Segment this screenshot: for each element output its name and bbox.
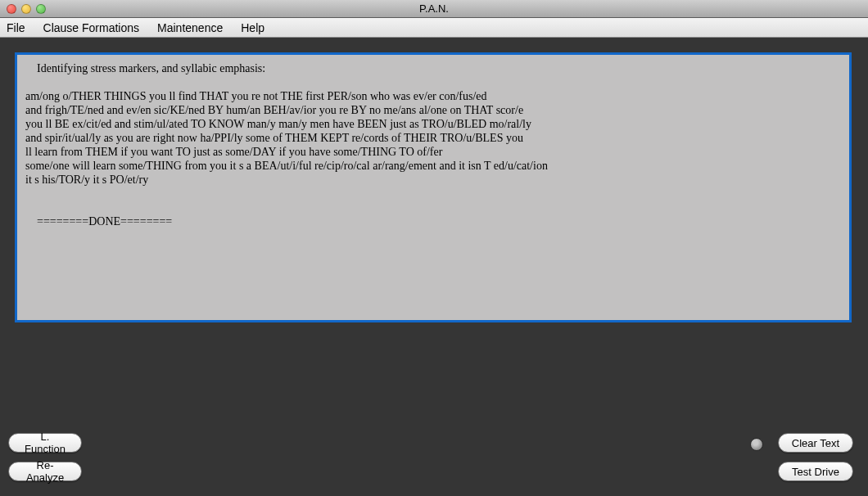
- window-title: P.A.N.: [0, 2, 868, 15]
- re-analyze-button[interactable]: Re-Analyze: [8, 462, 82, 481]
- clear-text-button[interactable]: Clear Text: [778, 433, 853, 453]
- menu-help[interactable]: Help: [241, 21, 264, 34]
- menu-maintenence[interactable]: Maintenence: [157, 21, 223, 34]
- text-line: you ll BE ex/cit/ed and stim/ul/ated TO …: [25, 117, 841, 131]
- title-bar: P.A.N.: [0, 0, 868, 18]
- text-line: some/one will learn some/THING from you …: [25, 159, 841, 173]
- text-line: and spir/it/ual/ly as you are right now …: [25, 131, 841, 145]
- text-done: ========DONE========: [25, 214, 841, 228]
- menu-clause-formations[interactable]: Clause Formations: [43, 21, 140, 34]
- test-drive-button[interactable]: Test Drive: [778, 462, 853, 481]
- radio-indicator-icon[interactable]: [750, 438, 763, 451]
- main-area: Identifying stress markers, and syllabic…: [0, 38, 868, 496]
- output-textbox[interactable]: Identifying stress markers, and syllabic…: [15, 52, 852, 322]
- text-line: ll learn from THEM if you want TO just a…: [25, 145, 841, 159]
- menu-bar: File Clause Formations Maintenence Help: [0, 18, 868, 38]
- text-header: Identifying stress markers, and syllabic…: [25, 61, 841, 75]
- text-line: am/ong o/THER THINGS you ll find THAT yo…: [25, 89, 841, 103]
- text-line: it s his/TOR/y it s PO/et/ry: [25, 173, 841, 187]
- l-function-button[interactable]: L. Function: [8, 433, 82, 453]
- menu-file[interactable]: File: [7, 21, 25, 34]
- text-line: and frigh/TE/ned and ev/en sic/KE/ned BY…: [25, 103, 841, 117]
